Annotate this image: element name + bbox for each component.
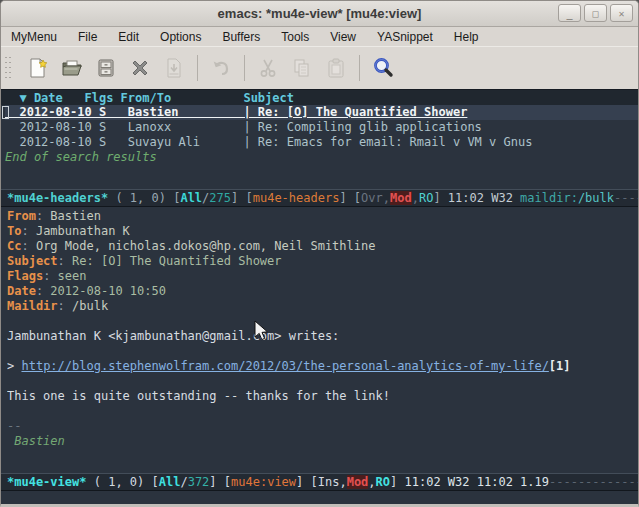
text-segment-mlba: / [180,475,187,489]
text-segment-mlmod: Mod [347,475,369,489]
text-segment-ref: [1] [549,359,571,373]
tool-bar [1,46,638,89]
text-segment-lbl: To [7,224,21,238]
save-button[interactable] [94,56,118,80]
save-as-button[interactable] [162,56,186,80]
headers-header-line: ▼ Date Flgs From/To Subject [1,89,638,105]
body-line: This one is quite outstanding -- thanks … [7,389,638,404]
major-mode-view: mu4e:view [231,475,296,489]
text-segment-mltime: 11:02 W32 [448,191,520,205]
text-segment-pun: : [43,269,57,283]
text-segment-mlgrey: , [383,191,390,205]
text-segment-mlalli: All [180,191,202,205]
text-segment-mlgrey: , [412,191,419,205]
text-segment-lbl: Cc [7,239,21,253]
toolbar-drag-handle[interactable] [4,55,13,81]
view-buffer: From: BastienTo: Jambunathan KCc: Org Mo… [1,207,638,449]
minimize-button[interactable]: _ [558,4,581,22]
text-segment-body: > [7,359,21,373]
text-segment-mlmod: Mod [390,191,412,205]
view-mode-line-text: *mu4e-view* ( 1, 0) [All/372] [mu4e:view… [7,474,638,490]
header-row[interactable]: 2012-08-10 S Suvayu Ali | Re: Emacs for … [5,135,638,150]
text-segment-body: This one is quite outstanding -- thanks … [7,389,390,403]
text-segment-mlmaildir: maildir: [520,191,578,205]
field-date: Date: 2012-08-10 10:50 [7,284,638,299]
search-icon [371,56,395,80]
text-segment-lbl: Subject [7,254,58,268]
text-segment-mlbulk: /bulk [578,191,614,205]
text-segment-mlba: ] [ [209,475,231,489]
menu-tools[interactable]: Tools [281,30,309,44]
menu-view[interactable]: View [330,30,356,44]
text-segment-mlnuma: 372 [188,475,210,489]
hollow-cursor [2,106,9,119]
new-file-button[interactable] [26,56,50,80]
text-segment-sig: Bastien [7,434,65,448]
delete-button[interactable] [128,56,152,80]
title-bar[interactable]: emacs: *mu4e-view* [mu4e:view] _ □ ✕ [1,1,638,27]
headers-mode-line[interactable]: *mu4e-headers* ( 1, 0) [All/275] [mu4e-h… [1,189,638,207]
field-to: To: Jambunathan K [7,224,638,239]
text-segment-mlbi: ( 1, 0) [ [108,191,180,205]
header-row[interactable]: 2012-08-10 S Lanoxx | Re: Compiling glib… [5,120,638,135]
signature-separator: -- [7,419,638,434]
buffer-name-headers: *mu4e-headers* [7,191,108,205]
menu-bar: MyMenu File Edit Options Buffers Tools V… [1,27,638,46]
major-mode-headers: mu4e-headers [253,191,340,205]
toolbar-separator [244,55,245,81]
blank-line [7,404,638,419]
menu-mymenu[interactable]: MyMenu [11,30,57,44]
close-button[interactable]: ✕ [610,4,633,22]
field-cc: Cc: Org Mode, nicholas.dokos@hp.com, Nei… [7,239,638,254]
field-maildir: Maildir: /bulk [7,299,638,314]
text-segment-mlba: ] [390,475,404,489]
text-segment-rowsel: 2012-08-10 S Bastien | Re: [O] The Quant… [5,105,467,119]
text-segment-mlnum: 275 [209,191,231,205]
new-file-icon [27,57,49,79]
paste-clipboard-icon [325,57,347,79]
cut-button[interactable] [256,56,280,80]
menu-edit[interactable]: Edit [118,30,139,44]
menu-options[interactable]: Options [160,30,201,44]
signature-line: Bastien [7,434,638,449]
menu-buffers[interactable]: Buffers [222,30,260,44]
text-segment-val: /bulk [72,299,108,313]
paste-button[interactable] [324,56,348,80]
open-file-button[interactable] [60,56,84,80]
text-segment-valg: Re: [O] The Quantified Shower [72,254,282,268]
blank-line [7,344,638,359]
text-segment-pun: : [58,299,72,313]
menu-file[interactable]: File [78,30,97,44]
header-row-selected[interactable]: 2012-08-10 S Bastien | Re: [O] The Quant… [5,105,638,120]
emacs-window: emacs: *mu4e-view* [mu4e:view] _ □ ✕ MyM… [0,0,639,507]
text-segment-body: Jambunathan K <kjambunathan@gmail.com> w… [7,329,339,343]
end-of-search-results: End of search results [5,150,638,165]
menu-yasnippet[interactable]: YASnippet [377,30,433,44]
search-button[interactable] [371,56,395,80]
toolbar-separator [197,55,198,81]
save-icon [95,57,117,79]
text-segment-lbl: Flags [7,269,43,283]
text-segment-pun: : [36,209,50,223]
undo-icon [210,57,232,79]
undo-button[interactable] [209,56,233,80]
field-from: From: Bastien [7,209,638,224]
text-segment-mlgrey: Ovr [361,191,383,205]
text-segment-mldash: ---------------------------------------- [549,475,638,489]
message-link[interactable]: http://blog.stephenwolfram.com/2012/03/t… [21,359,548,373]
text-segment-mlbi: ] [ [231,191,253,205]
text-segment-val: Jambunathan K [36,224,130,238]
text-segment-mlalla: All [159,475,181,489]
menu-help[interactable]: Help [454,30,479,44]
text-segment-mlba: ( 1, 0) [ [86,475,158,489]
text-segment-rowtxt: 2012-08-10 S Lanoxx | Re: Compiling glib… [5,120,482,134]
text-segment-lbl: Maildir [7,299,58,313]
open-file-icon [61,57,83,79]
buffer-name-view: *mu4e-view* [7,475,86,489]
view-mode-line[interactable]: *mu4e-view* ( 1, 0) [All/372] [mu4e:view… [1,473,638,491]
body-line: Jambunathan K <kjambunathan@gmail.com> w… [7,329,638,344]
text-segment-eos: End of search results [5,150,157,164]
maximize-button[interactable]: □ [584,4,607,22]
copy-button[interactable] [290,56,314,80]
headers-row-list: 2012-08-10 S Bastien | Re: [O] The Quant… [1,105,638,150]
